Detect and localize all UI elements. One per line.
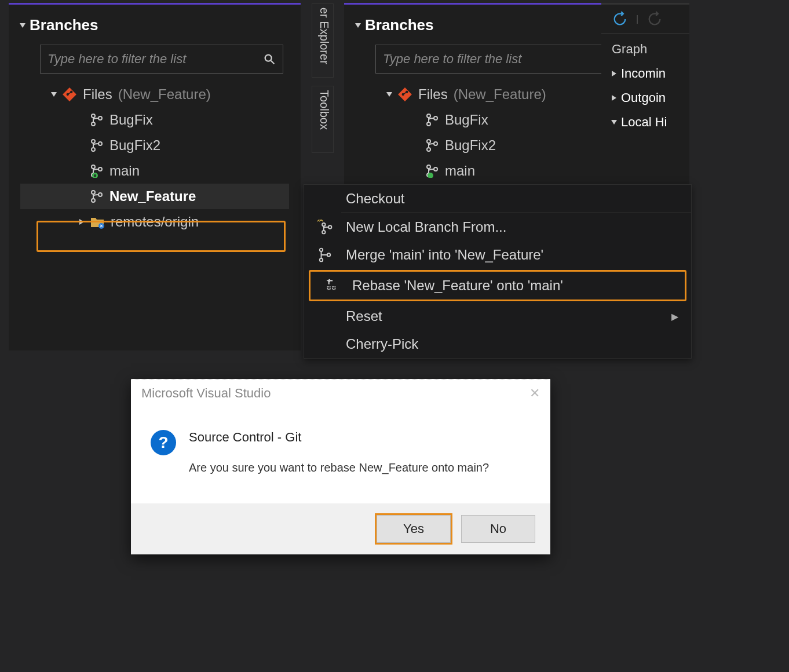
expander-icon[interactable] (386, 92, 392, 97)
menu-label: Cherry-Pick (346, 336, 678, 352)
branch-tracked-icon (90, 164, 104, 178)
refresh-icon[interactable] (612, 11, 628, 27)
confirm-dialog: Microsoft Visual Studio ✕ ? Source Contr… (131, 379, 550, 554)
close-icon[interactable]: ✕ (529, 386, 540, 401)
outgoing-row[interactable]: Outgoin (601, 86, 689, 110)
filter-box[interactable] (40, 45, 283, 74)
svg-rect-41 (333, 287, 335, 289)
branch-context-menu: Checkout New Local Branch From... Merge … (304, 184, 692, 359)
branches-title: Branches (365, 16, 434, 34)
filter-input[interactable] (48, 52, 258, 67)
menu-label: New Local Branch From... (346, 219, 678, 235)
svg-line-1 (271, 61, 275, 64)
side-tab-toolbox[interactable]: Toolbox (312, 86, 334, 153)
branches-title: Branches (30, 16, 98, 34)
side-tab-label: er Explorer (318, 8, 331, 64)
branch-row-newfeature[interactable]: New_Feature (20, 184, 289, 209)
question-icon: ? (151, 430, 176, 455)
svg-point-24 (427, 114, 430, 118)
branch-label: New_Feature (109, 188, 196, 204)
repo-current-branch: (New_Feature) (118, 86, 211, 103)
yes-button[interactable]: Yes (377, 515, 451, 543)
branches-heading: Branches (9, 5, 301, 39)
branch-icon (90, 113, 104, 127)
expander-icon[interactable] (612, 71, 616, 76)
branch-tracked-icon (425, 164, 439, 178)
git-repo-icon (397, 87, 412, 102)
expander-icon[interactable] (51, 92, 57, 97)
svg-point-7 (98, 116, 102, 120)
button-label: No (490, 521, 506, 536)
svg-point-38 (320, 258, 323, 261)
svg-point-17 (98, 193, 102, 196)
refresh-dim-icon[interactable] (646, 11, 663, 27)
branch-icon (425, 113, 439, 127)
button-label: Yes (403, 521, 424, 536)
repo-name: Files (83, 86, 112, 103)
no-button[interactable]: No (461, 515, 535, 543)
graph-header: Graph (601, 34, 689, 61)
svg-point-16 (92, 199, 95, 202)
svg-point-32 (434, 167, 437, 171)
side-tab-explorer[interactable]: er Explorer (312, 3, 334, 78)
filter-input[interactable] (383, 52, 632, 67)
svg-point-29 (434, 142, 437, 145)
menu-label: Checkout (346, 191, 678, 207)
dialog-heading: Source Control - Git (189, 430, 489, 445)
branch-label: main (109, 163, 140, 179)
menu-new-branch[interactable]: New Local Branch From... (304, 213, 691, 241)
new-branch-icon (317, 220, 333, 235)
graph-toolbar: | (601, 5, 689, 34)
dialog-title: Microsoft Visual Studio (141, 386, 271, 401)
menu-label: Reset (346, 308, 661, 324)
local-history-row[interactable]: Local Hi (601, 110, 689, 134)
svg-point-11 (92, 165, 95, 169)
svg-point-5 (92, 114, 95, 118)
svg-point-37 (320, 249, 323, 251)
menu-checkout[interactable]: Checkout (304, 185, 691, 213)
branch-row-bugfix[interactable]: BugFix (20, 107, 289, 133)
svg-point-28 (427, 148, 430, 151)
branch-label: BugFix (109, 112, 153, 128)
repo-name: Files (418, 86, 448, 103)
repo-current-branch: (New_Feature) (454, 86, 546, 103)
dialog-message: Are you sure you want to rebase New_Feat… (189, 461, 489, 474)
menu-reset[interactable]: Reset ▶ (304, 302, 691, 330)
expander-icon[interactable] (355, 23, 361, 28)
branch-row-main[interactable]: main (20, 158, 289, 184)
outgoing-label: Outgoin (621, 90, 666, 105)
dialog-body: ? Source Control - Git Are you sure you … (131, 407, 550, 503)
expander-icon[interactable] (611, 120, 617, 125)
branch-icon (425, 138, 439, 152)
svg-rect-40 (328, 287, 330, 289)
menu-rebase[interactable]: Rebase 'New_Feature' onto 'main' (309, 270, 686, 301)
branches-panel-left: Branches Files (New_Feature) BugFix BugF… (9, 3, 301, 350)
svg-point-8 (92, 140, 95, 143)
svg-point-6 (92, 122, 95, 126)
svg-point-36 (328, 225, 331, 228)
menu-merge[interactable]: Merge 'main' into 'New_Feature' (304, 241, 691, 269)
branch-label: main (445, 163, 475, 179)
svg-point-9 (92, 148, 95, 151)
svg-point-10 (98, 142, 102, 145)
svg-point-34 (322, 223, 325, 226)
submenu-arrow-icon: ▶ (671, 311, 678, 322)
menu-label: Rebase 'New_Feature' onto 'main' (352, 277, 672, 294)
expander-icon[interactable] (612, 95, 616, 101)
menu-cherry-pick[interactable]: Cherry-Pick (304, 330, 691, 358)
repo-row[interactable]: Files (New_Feature) (20, 82, 289, 107)
search-icon[interactable] (263, 53, 276, 65)
svg-point-39 (327, 253, 330, 256)
branch-label: BugFix2 (445, 137, 496, 154)
rebase-icon (324, 278, 339, 293)
local-history-label: Local Hi (621, 115, 667, 130)
merge-icon (317, 247, 333, 262)
svg-point-15 (92, 191, 95, 194)
menu-label: Merge 'main' into 'New_Feature' (346, 247, 678, 263)
svg-point-13 (98, 167, 102, 171)
incoming-row[interactable]: Incomin (601, 61, 689, 86)
svg-point-27 (427, 140, 430, 143)
expander-icon[interactable] (20, 23, 25, 28)
dialog-title-bar: Microsoft Visual Studio ✕ (131, 379, 550, 407)
branch-row-bugfix2[interactable]: BugFix2 (20, 133, 289, 158)
